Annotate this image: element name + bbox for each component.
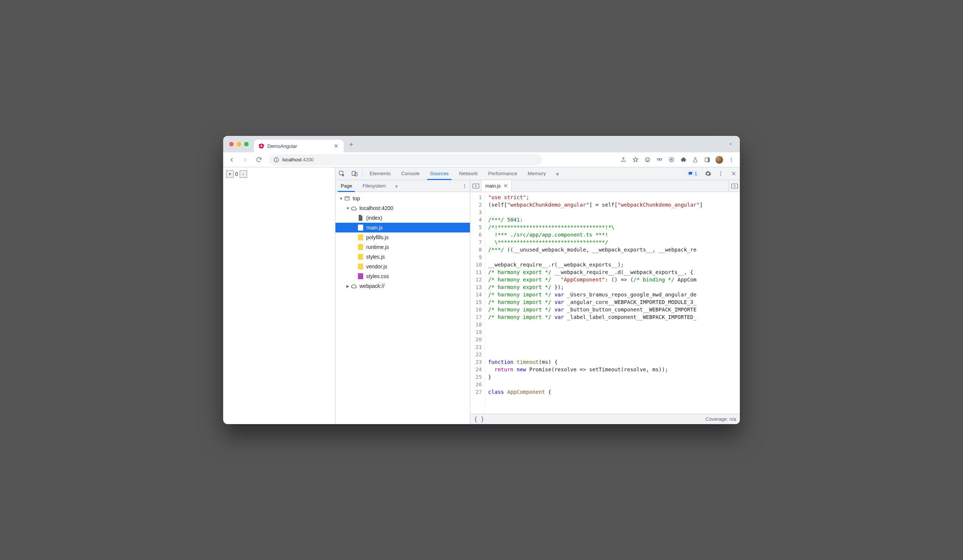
extension-icon-1[interactable] [642, 154, 653, 165]
navigator-tabbar: Page Filesystem [336, 180, 470, 192]
tree-file-runtime-js[interactable]: runtime.js [336, 242, 470, 252]
increment-button[interactable]: + [226, 170, 233, 178]
svg-point-21 [464, 184, 465, 185]
settings-gear-icon[interactable] [702, 170, 714, 177]
device-toolbar-icon[interactable] [348, 167, 361, 180]
svg-rect-27 [358, 234, 363, 240]
reload-button[interactable] [253, 154, 264, 165]
tree-file--index-[interactable]: (index) [336, 213, 470, 223]
inspect-element-icon[interactable] [336, 167, 348, 180]
labs-flask-icon[interactable] [690, 154, 701, 165]
svg-point-23 [464, 187, 465, 188]
nav-tab-page[interactable]: Page [336, 180, 357, 192]
tree-file-polyfills-js[interactable]: polyfills.js [336, 233, 470, 242]
profile-avatar[interactable] [713, 154, 725, 165]
tab-memory[interactable]: Memory [522, 167, 551, 180]
tree-file-main-js[interactable]: main.js [336, 223, 470, 233]
close-editor-tab-icon[interactable]: ✕ [504, 183, 508, 189]
page-content: + 0 - [223, 167, 336, 424]
counter-value: 0 [234, 171, 239, 177]
code-content: "use strict";(self["webpackChunkdemo_ang… [485, 192, 740, 414]
svg-point-9 [671, 159, 672, 160]
tab-title: DemoAngular [268, 143, 333, 149]
code-view[interactable]: 1234567891011121314151617181920212223242… [470, 192, 740, 414]
svg-rect-11 [708, 158, 710, 162]
close-tab-button[interactable]: ✕ [333, 142, 339, 150]
editor-statusbar: { } Coverage: n/a [470, 414, 740, 424]
browser-tab[interactable]: DemoAngular ✕ [254, 140, 344, 152]
nav-more-tabs-icon[interactable] [391, 180, 402, 192]
new-tab-button[interactable]: ＋ [346, 139, 357, 149]
bookmark-star-icon[interactable] [630, 154, 641, 165]
tab-sources[interactable]: Sources [425, 167, 454, 180]
nav-tab-filesystem[interactable]: Filesystem [357, 180, 391, 192]
svg-point-7 [659, 159, 661, 160]
tree-file-styles-js[interactable]: styles.js [336, 252, 470, 262]
site-info-icon[interactable] [273, 157, 279, 163]
svg-rect-30 [358, 264, 363, 270]
share-icon[interactable] [618, 154, 629, 165]
source-editor: main.js ✕ 123456789101112131415161718192… [470, 180, 740, 424]
window-controls [229, 142, 249, 146]
svg-point-20 [720, 175, 721, 176]
toggle-debugger-icon[interactable] [729, 180, 740, 192]
devtools-menu-icon[interactable] [714, 171, 727, 177]
maximize-window-button[interactable] [244, 142, 249, 146]
svg-rect-33 [731, 184, 738, 188]
address-bar[interactable]: localhost:4200 [269, 154, 542, 165]
nav-menu-icon[interactable] [459, 180, 470, 192]
svg-point-6 [657, 159, 659, 160]
extensions-puzzle-icon[interactable] [678, 154, 689, 165]
coverage-label: Coverage: n/a [705, 416, 736, 422]
close-devtools-icon[interactable] [727, 171, 740, 176]
forward-button[interactable] [240, 154, 251, 165]
decrement-button[interactable]: - [240, 170, 247, 178]
browser-toolbar: localhost:4200 [223, 152, 740, 167]
tree-top-frame[interactable]: ▼top [336, 194, 470, 203]
svg-rect-32 [472, 184, 479, 188]
svg-point-12 [731, 158, 731, 159]
minimize-window-button[interactable] [237, 142, 241, 146]
sources-navigator: Page Filesystem ▼top▼localhost:4200(inde… [336, 180, 470, 424]
file-tree[interactable]: ▼top▼localhost:4200(index)main.jspolyfil… [336, 192, 470, 424]
editor-tab-mainjs[interactable]: main.js ✕ [481, 180, 512, 192]
issues-badge[interactable]: 1 [686, 170, 699, 177]
tree-file-vendor-js[interactable]: vendor.js [336, 262, 470, 271]
svg-rect-29 [358, 254, 363, 260]
tab-elements[interactable]: Elements [364, 167, 396, 180]
tree-origin[interactable]: ▼localhost:4200 [336, 203, 470, 213]
titlebar: DemoAngular ✕ ＋ [223, 136, 740, 152]
editor-tab-label: main.js [485, 183, 501, 189]
tab-performance[interactable]: Performance [483, 167, 522, 180]
side-panel-icon[interactable] [702, 154, 713, 165]
svg-point-19 [720, 173, 721, 174]
url-text: localhost:4200 [282, 157, 314, 162]
tab-search-button[interactable] [725, 139, 736, 150]
devtools-tabbar: Elements Console Sources Network Perform… [336, 167, 740, 180]
extension-icon-2[interactable] [654, 154, 665, 165]
tree-file-styles-css[interactable]: styles.css [336, 271, 470, 281]
svg-rect-24 [345, 196, 349, 200]
toggle-navigator-icon[interactable] [470, 180, 481, 192]
issues-count: 1 [694, 171, 697, 176]
tab-console[interactable]: Console [396, 167, 425, 180]
browser-menu-icon[interactable] [726, 154, 737, 165]
browser-window: DemoAngular ✕ ＋ localhost:4200 [223, 136, 740, 424]
svg-point-22 [464, 185, 465, 186]
line-gutter: 1234567891011121314151617181920212223242… [470, 192, 485, 414]
close-window-button[interactable] [229, 142, 233, 146]
angular-favicon [258, 143, 264, 149]
counter-widget: + 0 - [226, 170, 332, 178]
tab-network[interactable]: Network [454, 167, 483, 180]
svg-point-14 [731, 161, 731, 162]
editor-tabbar: main.js ✕ [470, 180, 740, 192]
pretty-print-icon[interactable]: { } [474, 416, 484, 422]
back-button[interactable] [226, 154, 237, 165]
more-tabs-icon[interactable] [551, 167, 564, 180]
svg-point-5 [648, 159, 648, 159]
svg-rect-28 [358, 244, 363, 250]
svg-point-18 [720, 172, 721, 172]
tree-webpack[interactable]: ▶webpack:// [336, 281, 470, 291]
svg-point-4 [646, 159, 647, 159]
extension-icon-3[interactable] [666, 154, 677, 165]
